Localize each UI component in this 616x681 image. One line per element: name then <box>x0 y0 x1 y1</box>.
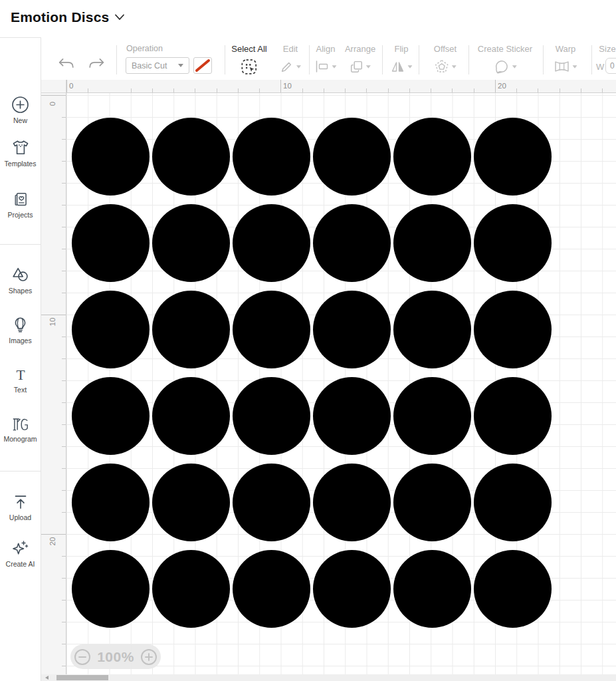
ruler-label: 20 <box>49 531 56 551</box>
disc-shape[interactable] <box>152 118 230 196</box>
edit-toolbar: Operation Basic Cut Select All Ed <box>41 37 616 80</box>
ruler-corner <box>41 80 66 93</box>
align-button[interactable]: Align <box>315 44 337 75</box>
sidebar-item-label: Create AI <box>6 560 35 568</box>
ruler-label: 0 <box>49 94 56 114</box>
canvas-artboard[interactable]: 100% <box>66 93 616 674</box>
zoom-in-button[interactable] <box>140 648 157 666</box>
sidebar-item-label: New <box>13 116 27 124</box>
caret-down-icon <box>451 65 456 68</box>
disc-shape[interactable] <box>474 550 552 628</box>
caret-down-icon <box>296 65 301 68</box>
disc-shape[interactable] <box>393 377 471 455</box>
disc-shape[interactable] <box>393 550 471 628</box>
undo-button[interactable] <box>55 55 78 73</box>
sidebar-item-shapes[interactable]: Shapes <box>0 265 41 295</box>
ruler-label: 20 <box>498 82 506 90</box>
disc-shape[interactable] <box>72 550 150 628</box>
caret-down-icon <box>573 65 577 68</box>
disc-shape[interactable] <box>233 204 310 282</box>
toolbar-divider <box>382 45 383 74</box>
operation-color-swatch[interactable] <box>193 57 212 74</box>
caret-down-icon <box>332 65 337 68</box>
size-width-label: W <box>596 62 604 72</box>
offset-icon <box>434 59 449 74</box>
size-label: Size <box>599 44 615 54</box>
disc-shape[interactable] <box>313 550 391 628</box>
size-width-input[interactable]: 0 <box>605 58 616 74</box>
horizontal-scrollbar[interactable] <box>41 674 616 681</box>
disc-shape[interactable] <box>474 204 552 282</box>
sidebar-item-text[interactable]: T Text <box>0 366 41 394</box>
flip-button[interactable]: Flip <box>391 44 413 75</box>
arrange-button[interactable]: Arrange <box>345 44 375 75</box>
disc-shape[interactable] <box>152 377 230 455</box>
disc-shape[interactable] <box>72 291 150 368</box>
operation-selected-value: Basic Cut <box>132 61 178 70</box>
disc-shape[interactable] <box>313 204 391 282</box>
offset-button[interactable]: Offset <box>434 44 457 75</box>
disc-shape[interactable] <box>233 550 310 628</box>
disc-shape[interactable] <box>233 118 310 196</box>
project-title-text: Emotion Discs <box>11 9 109 25</box>
scroll-left-icon[interactable] <box>45 676 49 680</box>
disc-shape[interactable] <box>393 464 471 541</box>
disc-shape[interactable] <box>233 291 310 368</box>
align-label: Align <box>316 44 336 54</box>
zoom-control: 100% <box>70 644 161 669</box>
disc-shape[interactable] <box>72 118 150 196</box>
disc-shape[interactable] <box>474 118 552 196</box>
disc-shape[interactable] <box>393 291 471 368</box>
create-sticker-button[interactable]: Create Sticker <box>478 44 532 75</box>
chevron-down-icon[interactable] <box>114 14 125 21</box>
project-title[interactable]: Emotion Discs <box>11 9 109 25</box>
disc-shape[interactable] <box>233 464 310 541</box>
disc-shape[interactable] <box>152 550 230 628</box>
disc-shape[interactable] <box>313 291 391 368</box>
toolbar-divider <box>419 45 419 74</box>
disc-shape[interactable] <box>393 204 471 282</box>
edit-button[interactable]: Edit <box>280 44 301 75</box>
redo-button[interactable] <box>85 55 108 73</box>
design-space-app: Emotion Discs New Templates <box>0 0 616 681</box>
scrollbar-thumb[interactable] <box>56 675 108 680</box>
disc-shape[interactable] <box>474 291 552 368</box>
disc-shape[interactable] <box>72 377 150 455</box>
toolbar-divider <box>543 45 544 74</box>
lightbulb-icon <box>11 315 30 335</box>
disc-shape[interactable] <box>474 377 552 455</box>
disc-shape[interactable] <box>152 204 230 282</box>
disc-shape[interactable] <box>313 464 391 541</box>
sidebar-item-images[interactable]: Images <box>0 315 41 344</box>
disc-shape[interactable] <box>313 377 391 455</box>
horizontal-ruler-ticks <box>66 88 616 92</box>
sidebar-item-templates[interactable]: Templates <box>0 138 41 168</box>
select-all-button[interactable]: Select All <box>231 44 266 75</box>
disc-shape[interactable] <box>474 464 552 541</box>
flip-icon <box>391 60 405 74</box>
disc-shape[interactable] <box>152 464 230 541</box>
disc-shape[interactable] <box>233 377 310 455</box>
caret-down-icon <box>366 65 371 68</box>
zoom-out-button[interactable] <box>74 648 91 666</box>
operation-dropdown[interactable]: Basic Cut <box>126 57 189 74</box>
sidebar-item-upload[interactable]: Upload <box>0 493 41 521</box>
sidebar-item-monogram[interactable]: Monogram <box>0 416 41 443</box>
sidebar-item-label: Upload <box>9 513 31 521</box>
select-all-icon <box>241 59 257 75</box>
warp-button[interactable]: Warp <box>554 44 577 75</box>
sidebar-item-new[interactable]: New <box>0 95 41 124</box>
arrange-label: Arrange <box>345 44 375 54</box>
sidebar-item-label: Images <box>9 337 31 344</box>
ruler-major-tick <box>280 80 281 92</box>
disc-shape[interactable] <box>72 464 150 541</box>
sidebar-item-create-ai[interactable]: Create AI <box>0 539 41 568</box>
size-width-value: 0 <box>610 61 615 70</box>
create-sticker-icon <box>494 59 510 74</box>
disc-shape[interactable] <box>313 118 391 196</box>
disc-shape[interactable] <box>72 204 150 282</box>
disc-shape[interactable] <box>393 118 471 196</box>
disc-shape[interactable] <box>152 291 230 368</box>
project-card-heart-icon <box>11 190 30 209</box>
sidebar-item-projects[interactable]: Projects <box>0 190 41 219</box>
